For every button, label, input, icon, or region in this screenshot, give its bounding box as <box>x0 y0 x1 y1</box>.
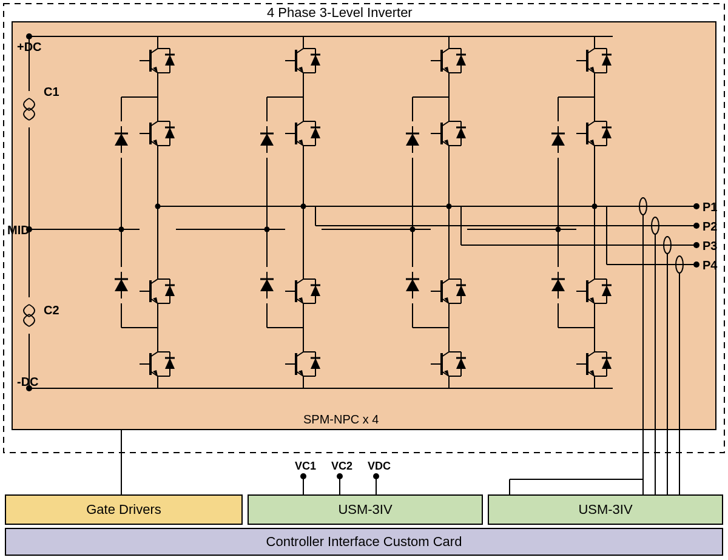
block-gate-drivers: Gate Drivers <box>5 494 243 525</box>
block-controller-card: Controller Interface Custom Card <box>5 528 723 556</box>
diagram-root: 4 Phase 3-Level Inverter +DC MID -DC C1 … <box>0 0 728 560</box>
block-usm-2: USM-3IV <box>488 494 723 525</box>
block-usm1-label: USM-3IV <box>338 502 392 518</box>
block-usm2-label: USM-3IV <box>578 502 632 518</box>
block-ctrl-label: Controller Interface Custom Card <box>266 534 462 550</box>
title: 4 Phase 3-Level Inverter <box>267 5 413 21</box>
label-negdc: -DC <box>17 375 39 389</box>
label-c1: C1 <box>44 85 59 99</box>
svg-rect-21 <box>18 91 40 127</box>
label-vc1: VC1 <box>295 460 316 473</box>
label-module: SPM-NPC x 4 <box>303 413 379 427</box>
label-p1: P1 <box>703 200 717 214</box>
label-vdc: VDC <box>368 460 391 473</box>
schematic-svg <box>0 0 728 560</box>
label-p2: P2 <box>703 220 717 234</box>
block-gate-label: Gate Drivers <box>86 502 161 518</box>
label-mid: MID <box>7 223 30 237</box>
label-p4: P4 <box>703 258 717 272</box>
label-p3: P3 <box>703 239 717 253</box>
label-c2: C2 <box>44 303 59 317</box>
block-usm-1: USM-3IV <box>248 494 483 525</box>
svg-rect-22 <box>18 297 40 334</box>
label-vc2: VC2 <box>331 460 352 473</box>
label-posdc: +DC <box>17 40 42 54</box>
